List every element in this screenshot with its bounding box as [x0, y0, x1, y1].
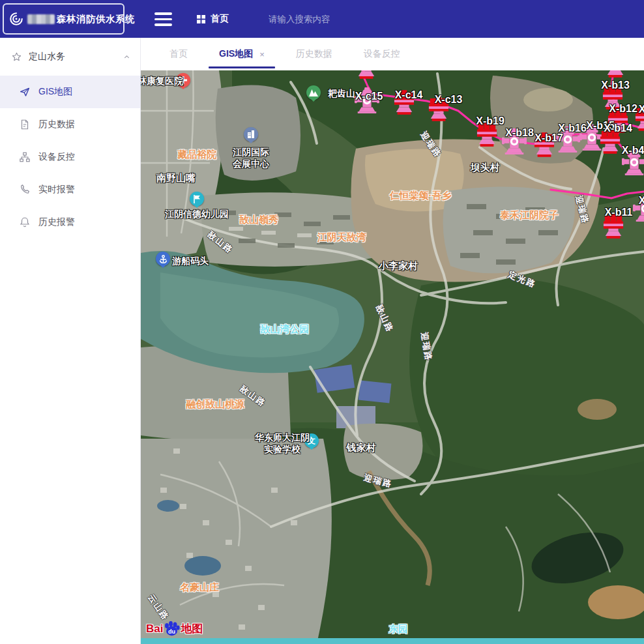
app-header: 森林消防供水系统 首页	[0, 0, 644, 38]
flag-icon	[190, 192, 204, 206]
poi-label: 江阴信德幼儿园	[165, 208, 229, 220]
tab-历史数据[interactable]: 历史数据	[280, 38, 348, 70]
device-label-X-b13[interactable]: X-b13	[601, 80, 630, 91]
hydrant-marker-icon[interactable]	[356, 70, 377, 81]
logo-redacted-area	[27, 14, 55, 24]
road-label: 敔山路	[205, 229, 236, 256]
sidebar-group-label: 定山水务	[29, 51, 65, 63]
device-label-X-b11[interactable]: X-b11	[605, 207, 633, 218]
sidebar-item-label: 历史数据	[38, 119, 75, 130]
sidebar-item-label: 实时报警	[38, 184, 75, 196]
bell-icon	[19, 216, 31, 228]
device-label-X-b16[interactable]: X-b16	[558, 123, 587, 134]
poi-label: 华东师大江阴实验学校	[255, 432, 310, 455]
sidebar-item-label: GIS地图	[38, 86, 72, 98]
road-label: 迎瑞路	[418, 331, 435, 362]
device-label-X[interactable]: X	[639, 104, 644, 115]
document-icon	[19, 119, 31, 130]
device-label-X[interactable]: X	[639, 195, 644, 207]
send-icon	[19, 86, 31, 98]
place-label: 藏品裕院	[177, 149, 216, 161]
tab-label: 首页	[169, 48, 188, 60]
device-label-X-b18[interactable]: X-b18	[505, 127, 534, 139]
place-label: 钱家村	[347, 442, 376, 454]
baidu-logo-bai: Bai	[146, 622, 163, 636]
place-label: 坝头村	[471, 162, 500, 174]
poi-label: 耙齿山	[328, 87, 355, 99]
baidu-logo-map-word: 地图	[181, 621, 203, 636]
mountain-icon	[306, 85, 321, 100]
device-label-X-c13[interactable]: X-c13	[435, 94, 463, 106]
device-label-X-b14[interactable]: X-b14	[604, 123, 632, 134]
place-label: 融创敔山桃源	[186, 398, 244, 411]
place-label: 东园	[388, 623, 408, 636]
sidebar-item-历史报警[interactable]: 历史报警	[0, 206, 140, 239]
sidebar-item-label: 设备反控	[38, 151, 75, 163]
poi-label: 林康复医院	[141, 75, 183, 87]
device-label-X-b4[interactable]: X-b4	[622, 145, 644, 156]
place-label: 名豪山庄	[180, 581, 219, 594]
header-nav-home[interactable]: 首页	[197, 0, 229, 38]
sitemap-icon	[19, 151, 31, 163]
sidebar-group-dingshan[interactable]: 定山水务	[0, 38, 140, 76]
grid-icon	[197, 15, 205, 23]
sidebar-item-历史数据[interactable]: 历史数据	[0, 108, 140, 141]
search-input[interactable]	[267, 14, 413, 25]
road-label: 迎瑞路	[362, 472, 394, 490]
chevron-up-icon[interactable]	[123, 53, 131, 61]
svg-text:du: du	[168, 628, 175, 635]
device-label-X-b19[interactable]: X-b19	[476, 115, 505, 127]
sidebar: 定山水务 GIS地图历史数据设备反控实时报警历史报警	[0, 38, 141, 644]
hamburger-menu-icon[interactable]	[154, 12, 172, 26]
place-label: 泰禾江阴院子	[500, 209, 559, 222]
tab-label: 设备反控	[364, 48, 400, 60]
hydrant-marker-icon[interactable]	[605, 70, 626, 80]
place-label: 小李家村	[379, 260, 418, 272]
spiral-logo-icon	[7, 10, 25, 28]
tab-close-icon[interactable]: ×	[259, 50, 265, 59]
tab-bar: 首页GIS地图×历史数据设备反控	[141, 38, 644, 70]
poi-label: 游船码头	[172, 255, 209, 267]
map-canvas[interactable]: X-c15X-c14X-c13X-b19X-b18X-b17X-b16X-b15…	[141, 70, 644, 644]
road-label: 迎瑞路	[572, 194, 591, 226]
road-label: 迎瑞路	[418, 129, 445, 160]
road-label: 定光路	[506, 269, 538, 291]
header-nav-home-label: 首页	[211, 13, 229, 25]
baidu-maps-logo[interactable]: Bai du 地图	[146, 621, 203, 636]
road-label: 云山路	[145, 592, 172, 622]
app-title: 森林消防供水系统	[57, 13, 135, 25]
device-label-X-c14[interactable]: X-c14	[395, 89, 423, 101]
tab-GIS地图[interactable]: GIS地图×	[203, 38, 280, 70]
tab-首页[interactable]: 首页	[154, 38, 203, 70]
road-label: 敔山路	[373, 303, 396, 334]
sidebar-item-GIS地图[interactable]: GIS地图	[0, 76, 140, 108]
tab-label: GIS地图	[219, 48, 253, 60]
sidebar-item-设备反控[interactable]: 设备反控	[0, 141, 140, 173]
app-logo: 森林消防供水系统	[3, 3, 124, 35]
phone-icon	[19, 184, 31, 196]
anchor-icon	[156, 252, 170, 266]
baidu-paw-icon: du	[164, 621, 180, 636]
place-label: 南野山嘴	[156, 172, 196, 184]
star-icon	[11, 51, 22, 63]
poi-label: 江阴国际会展中心	[233, 146, 269, 169]
device-label-X-c15[interactable]: X-c15	[355, 91, 383, 102]
header-search	[267, 0, 413, 38]
sidebar-item-label: 历史报警	[38, 216, 75, 228]
place-label: 江阴天敔湾	[317, 231, 366, 244]
place-label: 敔山湾公园	[261, 323, 310, 336]
device-label-X-b12[interactable]: X-b12	[609, 103, 637, 115]
building-icon	[244, 127, 258, 141]
sidebar-item-实时报警[interactable]: 实时报警	[0, 173, 140, 206]
place-label: 仁恒棠颂·吾乡	[390, 190, 452, 202]
place-label: 敔山嶺秀	[239, 214, 278, 226]
tab-label: 历史数据	[296, 48, 332, 60]
tab-设备反控[interactable]: 设备反控	[348, 38, 416, 70]
